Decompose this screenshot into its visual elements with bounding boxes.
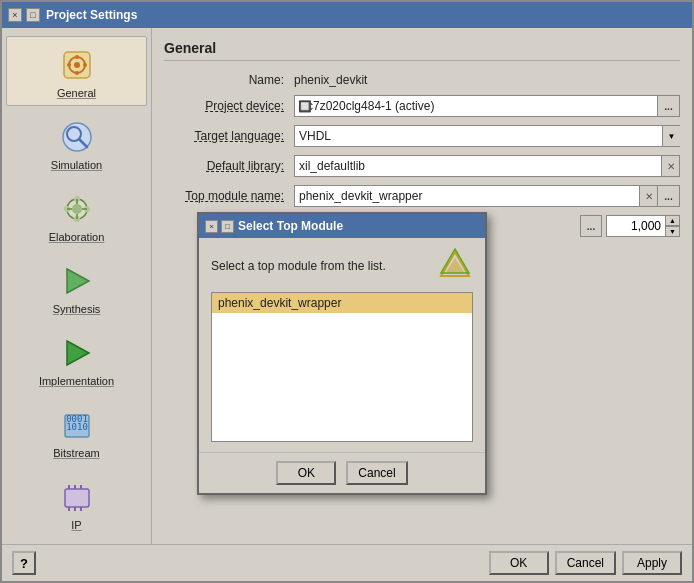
project-device-select-wrapper: 🔲	[294, 95, 658, 117]
spinner-down-btn[interactable]: ▼	[666, 226, 680, 237]
window-title: Project Settings	[46, 8, 137, 22]
sidebar-label-general: General	[57, 87, 96, 99]
default-library-clear-btn[interactable]: ✕	[662, 155, 680, 177]
top-module-field: ✕ ...	[294, 185, 680, 207]
module-list-item[interactable]: phenix_devkit_wrapper	[212, 293, 472, 313]
project-device-browse-btn[interactable]: ...	[658, 95, 680, 117]
elaboration-icon	[55, 187, 99, 231]
svg-rect-25	[65, 489, 89, 507]
svg-point-6	[83, 63, 87, 67]
target-language-field: VHDL Verilog ▼	[294, 125, 680, 147]
sidebar-item-elaboration[interactable]: Elaboration	[6, 180, 147, 250]
project-device-row: Project device: 🔲 ...	[164, 95, 680, 117]
section-title: General	[164, 40, 680, 61]
device-chip-icon: 🔲	[298, 100, 312, 113]
top-module-browse-btn[interactable]: ...	[658, 185, 680, 207]
svg-point-5	[67, 63, 71, 67]
close-button[interactable]: ×	[8, 8, 22, 22]
select-top-module-dialog: × □ Select Top Module Select a top modul…	[197, 212, 487, 495]
top-module-clear-btn[interactable]: ✕	[640, 185, 658, 207]
modal-title-controls[interactable]: × □	[205, 220, 234, 233]
sidebar-label-bitstream: Bitstream	[53, 447, 99, 459]
modal-footer: OK Cancel	[199, 452, 485, 493]
sidebar-label-synthesis: Synthesis	[53, 303, 101, 315]
svg-text:0001: 0001	[66, 414, 88, 424]
bottom-bar: ? OK Cancel Apply	[2, 544, 692, 581]
project-device-input[interactable]	[294, 95, 658, 117]
sidebar-item-implementation[interactable]: Implementation	[6, 324, 147, 394]
restore-button[interactable]: □	[26, 8, 40, 22]
target-language-row: Target language: VHDL Verilog ▼	[164, 125, 680, 147]
synthesis-icon	[55, 259, 99, 303]
help-button[interactable]: ?	[12, 551, 36, 575]
title-bar: × □ Project Settings	[2, 2, 692, 28]
project-device-field: 🔲 ...	[294, 95, 680, 117]
modal-cancel-btn[interactable]: Cancel	[346, 461, 407, 485]
spinner-container: ▲ ▼	[606, 215, 680, 237]
ip-icon	[55, 475, 99, 519]
sidebar-item-ip[interactable]: IP	[6, 468, 147, 538]
module-list[interactable]: phenix_devkit_wrapper	[211, 292, 473, 442]
bitstream-icon: 1010 0001	[55, 403, 99, 447]
language-browse-btn2[interactable]: ...	[580, 215, 602, 237]
sidebar-item-general[interactable]: General	[6, 36, 147, 106]
default-library-row: Default library: ✕	[164, 155, 680, 177]
top-module-input[interactable]	[294, 185, 640, 207]
title-bar-controls[interactable]: × □	[8, 8, 40, 22]
svg-marker-20	[67, 269, 89, 293]
modal-instruction: Select a top module from the list.	[211, 248, 473, 284]
apply-button[interactable]: Apply	[622, 551, 682, 575]
target-language-select[interactable]: VHDL Verilog	[294, 125, 680, 147]
sidebar-label-elaboration: Elaboration	[49, 231, 105, 243]
name-value: phenix_devkit	[294, 73, 367, 87]
modal-ok-btn[interactable]: OK	[276, 461, 336, 485]
sidebar-label-implementation: Implementation	[39, 375, 114, 387]
sidebar-item-bitstream[interactable]: 1010 0001 Bitstream	[6, 396, 147, 466]
svg-marker-21	[67, 341, 89, 365]
svg-point-4	[75, 71, 79, 75]
sidebar-item-simulation[interactable]: Simulation	[6, 108, 147, 178]
target-language-select-wrapper: VHDL Verilog ▼	[294, 125, 680, 147]
ok-button[interactable]: OK	[489, 551, 549, 575]
spinner-buttons: ▲ ▼	[666, 215, 680, 237]
modal-body: Select a top module from the list. pheni…	[199, 238, 485, 452]
default-library-field: ✕	[294, 155, 680, 177]
modal-restore-btn[interactable]: □	[221, 220, 234, 233]
svg-marker-34	[441, 249, 469, 273]
sidebar-label-ip: IP	[71, 519, 81, 531]
sidebar-label-simulation: Simulation	[51, 159, 102, 171]
svg-point-11	[72, 204, 82, 214]
name-row: Name: phenix_devkit	[164, 73, 680, 87]
top-module-row: Top module name: ✕ ...	[164, 185, 680, 207]
default-library-label: Default library:	[164, 159, 294, 173]
general-icon	[55, 43, 99, 87]
top-module-label: Top module name:	[164, 189, 294, 203]
modal-instruction-text: Select a top module from the list.	[211, 259, 386, 273]
modal-title: Select Top Module	[238, 219, 343, 233]
default-library-input[interactable]	[294, 155, 662, 177]
name-label: Name:	[164, 73, 294, 87]
sidebar-item-synthesis[interactable]: Synthesis	[6, 252, 147, 322]
svg-point-2	[74, 62, 80, 68]
svg-point-3	[75, 55, 79, 59]
spinner-up-btn[interactable]: ▲	[666, 215, 680, 226]
spinner-input[interactable]	[606, 215, 666, 237]
modal-close-btn[interactable]: ×	[205, 220, 218, 233]
project-device-label: Project device:	[164, 99, 294, 113]
sidebar: General Simulation	[2, 28, 152, 544]
simulation-icon	[55, 115, 99, 159]
cancel-button[interactable]: Cancel	[555, 551, 616, 575]
target-language-label: Target language:	[164, 129, 294, 143]
modal-titlebar: × □ Select Top Module	[199, 214, 485, 238]
implementation-icon	[55, 331, 99, 375]
xilinx-logo	[437, 248, 473, 284]
